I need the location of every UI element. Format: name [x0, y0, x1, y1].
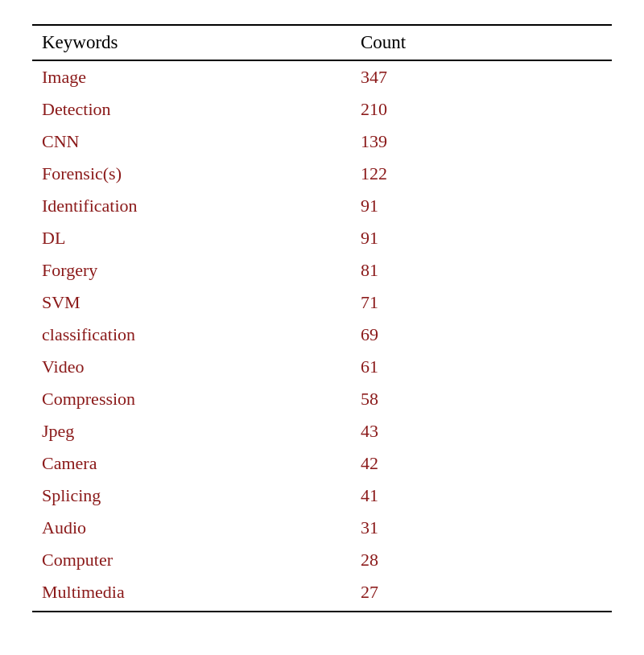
table-row: Multimedia27 — [32, 576, 612, 611]
table-cell-count: 31 — [351, 512, 612, 544]
table-cell-keyword: Image — [32, 60, 351, 93]
table-cell-count: 69 — [351, 319, 612, 351]
table-row: Image347 — [32, 60, 612, 93]
table-row: Detection210 — [32, 93, 612, 126]
table-cell-count: 42 — [351, 447, 612, 480]
table-row: Splicing41 — [32, 480, 612, 512]
table-row: Audio31 — [32, 512, 612, 544]
table-row: classification69 — [32, 319, 612, 351]
table-cell-keyword: classification — [32, 319, 351, 351]
table-cell-count: 122 — [351, 158, 612, 190]
table-header-row: Keywords Count — [32, 25, 612, 60]
table-row: Camera42 — [32, 447, 612, 480]
table-cell-count: 28 — [351, 544, 612, 576]
table-bottom-border — [32, 611, 612, 612]
table-row: SVM71 — [32, 286, 612, 319]
table-cell-keyword: Splicing — [32, 480, 351, 512]
table-cell-keyword: Forensic(s) — [32, 158, 351, 190]
table-row: Jpeg43 — [32, 415, 612, 447]
table-row: Forensic(s)122 — [32, 158, 612, 190]
table-cell-count: 139 — [351, 126, 612, 158]
table-cell-count: 61 — [351, 351, 612, 383]
keywords-table: Keywords Count Image347Detection210CNN13… — [32, 24, 612, 611]
table-cell-keyword: SVM — [32, 286, 351, 319]
table-cell-count: 71 — [351, 286, 612, 319]
table-row: Video61 — [32, 351, 612, 383]
table-cell-keyword: CNN — [32, 126, 351, 158]
table-cell-keyword: Forgery — [32, 254, 351, 286]
table-cell-keyword: Compression — [32, 383, 351, 415]
column-header-count: Count — [351, 25, 612, 60]
table-cell-keyword: Computer — [32, 544, 351, 576]
table-row: CNN139 — [32, 126, 612, 158]
table-cell-count: 43 — [351, 415, 612, 447]
table-cell-keyword: Detection — [32, 93, 351, 126]
column-header-keywords: Keywords — [32, 25, 351, 60]
table-row: Forgery81 — [32, 254, 612, 286]
table-row: Identification91 — [32, 190, 612, 222]
table-cell-count: 347 — [351, 60, 612, 93]
table-cell-keyword: Camera — [32, 447, 351, 480]
table-cell-count: 91 — [351, 222, 612, 254]
table-cell-count: 27 — [351, 576, 612, 611]
table-cell-keyword: Multimedia — [32, 576, 351, 611]
main-table-container: Keywords Count Image347Detection210CNN13… — [32, 24, 612, 612]
table-row: Computer28 — [32, 544, 612, 576]
table-cell-keyword: Audio — [32, 512, 351, 544]
table-cell-count: 81 — [351, 254, 612, 286]
table-cell-keyword: DL — [32, 222, 351, 254]
table-cell-count: 91 — [351, 190, 612, 222]
table-cell-keyword: Video — [32, 351, 351, 383]
table-cell-count: 210 — [351, 93, 612, 126]
table-cell-keyword: Jpeg — [32, 415, 351, 447]
table-cell-count: 41 — [351, 480, 612, 512]
table-row: Compression58 — [32, 383, 612, 415]
table-cell-count: 58 — [351, 383, 612, 415]
table-row: DL91 — [32, 222, 612, 254]
table-cell-keyword: Identification — [32, 190, 351, 222]
